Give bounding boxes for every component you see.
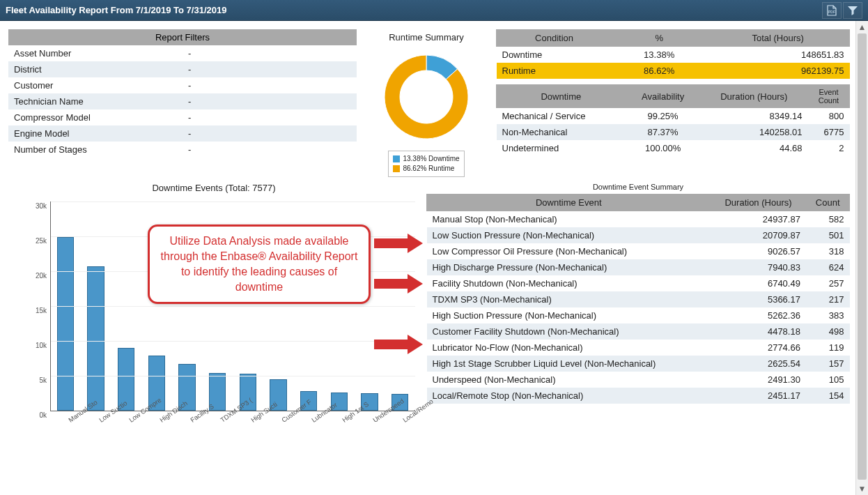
cell: Manual Stop (Non-Mechanical)	[427, 211, 711, 228]
table-row: High Suction Pressure (Non-Mechanical)52…	[427, 307, 850, 323]
downtime-events-chart: Downtime Events (Total: 7577) Downtime (…	[8, 183, 419, 452]
filter-row: Technician Name-	[8, 93, 357, 109]
cell: Runtime	[497, 63, 612, 79]
cell: 6775	[808, 124, 850, 140]
filter-icon	[847, 5, 858, 16]
cell: 800	[808, 108, 850, 125]
filter-row: Engine Model-	[8, 125, 357, 142]
cell: 7940.83	[711, 259, 806, 275]
table-row: TDXM SP3 (Non-Mechanical)5366.17217	[427, 291, 850, 307]
cell: 2774.66	[711, 340, 806, 356]
table-row: Mechanical / Service99.25%8349.14800	[497, 108, 850, 125]
runtime-donut-chart	[378, 48, 475, 146]
filter-label: Number of Stages	[8, 142, 183, 158]
cell: 582	[806, 211, 850, 228]
filters-heading: Report Filters	[8, 29, 357, 45]
filter-row: District-	[8, 61, 357, 77]
cell: Customer Facility Shutdown (Non-Mechanic…	[427, 323, 711, 340]
cell: 119	[806, 340, 850, 356]
cell: Local/Remote Stop (Non-Mechanical)	[427, 388, 711, 404]
report-header: Fleet Availability Report From 7/1/2019 …	[0, 0, 868, 21]
column-header: Duration (Hours)	[711, 195, 806, 211]
cell: 5262.36	[711, 307, 806, 323]
cell: 105	[806, 372, 850, 388]
filter-value: -	[183, 45, 357, 61]
filter-button[interactable]	[843, 2, 862, 19]
filter-label: Compressor Model	[8, 109, 183, 125]
report-title: Fleet Availability Report From 7/1/2019 …	[6, 5, 226, 15]
report-filters: Report Filters Asset Number-District-Cus…	[8, 29, 357, 177]
cell: Low Compressor Oil Pressure (Non-Mechani…	[427, 243, 711, 259]
ytick-label: 15k	[8, 307, 47, 314]
ytick-label: 30k	[8, 202, 47, 210]
analysis-callout: Utilize Data Analysis made available thr…	[148, 224, 371, 304]
table-row: Manual Stop (Non-Mechanical)24937.87582	[427, 211, 850, 228]
cell: 962139.75	[706, 63, 850, 79]
cell: High Discharge Pressure (Non-Mechanical)	[427, 259, 711, 275]
filter-label: Customer	[8, 77, 183, 93]
svg-text:PDF: PDF	[828, 10, 835, 14]
header-toolbar: PDF	[822, 2, 862, 19]
cell: 13.38%	[612, 47, 706, 63]
cell: 257	[806, 275, 850, 291]
table-row: Non-Mechanical87.37%140258.016775	[497, 124, 850, 140]
cell: 9026.57	[711, 243, 806, 259]
filter-row: Number of Stages-	[8, 142, 357, 158]
table-row: Local/Remote Stop (Non-Mechanical)2451.1…	[427, 388, 850, 404]
table-row: Facility Shutdown (Non-Mechanical)6740.4…	[427, 275, 850, 291]
barchart-title: Downtime Events (Total: 7577)	[8, 183, 419, 193]
filter-label: District	[8, 61, 183, 77]
vertical-scrollbar[interactable]: ▲ ▼	[855, 21, 868, 495]
downtime-category-table: DowntimeAvailabilityDuration (Hours)Even…	[496, 84, 850, 156]
runtime-summary: Runtime Summary 13.38% Downtime86.62% Ru…	[364, 29, 489, 177]
arrow-icon	[374, 274, 423, 294]
cell: 2	[808, 140, 850, 156]
cell: High 1st Stage Scrubber Liquid Level (No…	[427, 356, 711, 372]
filter-value: -	[183, 61, 357, 77]
cell: 24937.87	[711, 211, 806, 228]
filter-row: Customer-	[8, 77, 357, 93]
column-header: Condition	[497, 30, 612, 47]
legend-item: 13.38% Downtime	[393, 154, 459, 164]
column-header: Total (Hours)	[706, 30, 850, 47]
filter-label: Technician Name	[8, 93, 183, 109]
arrow-icon	[374, 335, 423, 354]
cell: Non-Mechanical	[497, 124, 626, 140]
column-header: Count	[806, 195, 850, 211]
column-header: Downtime Event	[427, 195, 711, 211]
cell: Lubricator No-Flow (Non-Mechanical)	[427, 340, 711, 356]
cell: 87.37%	[626, 124, 700, 140]
filter-value: -	[183, 142, 357, 158]
condition-table: Condition%Total (Hours) Downtime13.38%14…	[496, 29, 850, 79]
cell: Undetermined	[497, 140, 626, 156]
cell: 148651.83	[706, 47, 850, 63]
scroll-up-button[interactable]: ▲	[856, 21, 868, 33]
table-row: Underspeed (Non-Mechanical)2491.30105	[427, 372, 850, 388]
cell: 86.62%	[612, 63, 706, 79]
report-body: Report Filters Asset Number-District-Cus…	[0, 21, 855, 495]
ytick-label: 20k	[8, 272, 47, 280]
scroll-down-button[interactable]: ▼	[856, 482, 868, 495]
cell: 501	[806, 227, 850, 243]
column-header: EventCount	[808, 85, 850, 108]
cell: Downtime	[497, 47, 612, 63]
scroll-thumb[interactable]	[858, 33, 867, 480]
cell: 2625.54	[711, 356, 806, 372]
column-header: Duration (Hours)	[700, 85, 808, 108]
table-row: Low Suction Pressure (Non-Mechanical)207…	[427, 227, 850, 243]
table-row: Low Compressor Oil Pressure (Non-Mechani…	[427, 243, 850, 259]
cell: TDXM SP3 (Non-Mechanical)	[427, 291, 711, 307]
filter-row: Compressor Model-	[8, 109, 357, 125]
filter-value: -	[183, 77, 357, 93]
cell: 99.25%	[626, 108, 700, 125]
export-pdf-button[interactable]: PDF	[822, 2, 842, 19]
cell: 624	[806, 259, 850, 275]
ytick-label: 25k	[8, 237, 47, 245]
callout-text: Utilize Data Analysis made available thr…	[161, 235, 358, 293]
ytick-label: 5k	[8, 376, 47, 384]
cell: 383	[806, 307, 850, 323]
cell: 2491.30	[711, 372, 806, 388]
pdf-icon: PDF	[827, 5, 837, 16]
filter-label: Engine Model	[8, 125, 183, 142]
cell: Underspeed (Non-Mechanical)	[427, 372, 711, 388]
